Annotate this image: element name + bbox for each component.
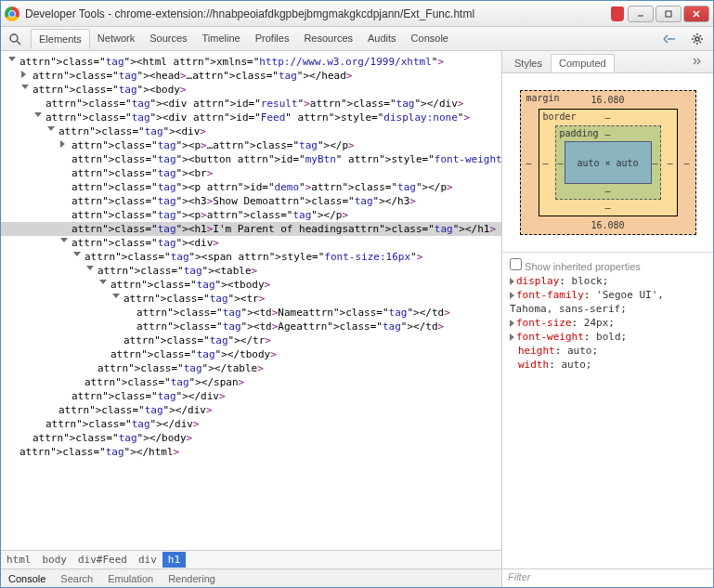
border-label: border xyxy=(543,111,577,122)
dom-line[interactable]: attrn">class="tag"></div> xyxy=(1,403,501,417)
box-model-diagram[interactable]: margin 16.080 16.080 – – border – – – – xyxy=(502,73,713,253)
dom-line[interactable]: attrn">class="tag"></span> xyxy=(1,375,501,389)
dom-line[interactable]: attrn">class="tag"><div attrn">id="Feed"… xyxy=(1,111,501,124)
show-inherited-checkbox[interactable]: Show inherited properties xyxy=(510,261,641,272)
panel-tab-elements[interactable]: Elements xyxy=(31,29,90,48)
dom-line[interactable]: attrn">class="tag"><div attrn">id="resul… xyxy=(1,97,501,111)
dom-line[interactable]: attrn">class="tag"><td>Nameattrn">class=… xyxy=(1,306,501,320)
sidebar-tab-styles[interactable]: Styles xyxy=(506,54,551,72)
dom-line[interactable]: attrn">class="tag"></html> xyxy=(1,445,501,459)
breadcrumb-item[interactable]: div#Feed xyxy=(72,552,133,568)
dom-line[interactable]: attrn">class="tag"></div> xyxy=(1,417,501,431)
margin-left-value: – xyxy=(526,158,532,168)
dom-line[interactable]: attrn">class="tag"><html attrn">xmlns="h… xyxy=(1,55,501,69)
dom-line[interactable]: attrn">class="tag"><p>attrn">class="tag"… xyxy=(1,208,501,222)
dom-line[interactable]: attrn">class="tag"></div> xyxy=(1,389,501,403)
drawer-tab-console[interactable]: Console xyxy=(1,571,53,586)
panel-tab-audits[interactable]: Audits xyxy=(360,29,404,48)
dom-line[interactable]: attrn">class="tag"></body> xyxy=(1,431,501,445)
margin-right-value: – xyxy=(683,158,689,168)
computed-property[interactable]: font-family: 'Segoe UI', Tahoma, sans-se… xyxy=(510,288,706,316)
dom-line[interactable]: attrn">class="tag"></tr> xyxy=(1,333,501,347)
svg-rect-1 xyxy=(666,11,671,17)
padding-label: padding xyxy=(560,128,599,138)
maximize-button[interactable] xyxy=(656,6,682,22)
computed-properties-list: Show inherited properties display: block… xyxy=(502,253,713,377)
dom-line[interactable]: attrn">class="tag"><tr> xyxy=(1,292,501,306)
dom-line[interactable]: attrn">class="tag"><div> xyxy=(1,236,501,250)
main-area: attrn">class="tag"><html attrn">xmlns="h… xyxy=(1,51,713,587)
drawer-tab-emulation[interactable]: Emulation xyxy=(100,571,161,586)
inspect-icon[interactable] xyxy=(5,30,25,48)
drawer-toggle-icon[interactable] xyxy=(659,30,680,48)
sidebar-tab-computed[interactable]: Computed xyxy=(551,54,615,72)
svg-point-6 xyxy=(695,37,699,41)
breadcrumb: htmlbodydiv#Feeddivh1 xyxy=(1,550,501,568)
breadcrumb-item[interactable]: h1 xyxy=(162,552,186,568)
sidebar-panel: StylesComputed margin 16.080 16.080 – – … xyxy=(502,51,713,587)
dom-line[interactable]: attrn">class="tag"><br> xyxy=(1,166,501,180)
padding-left-value: – xyxy=(558,158,564,168)
dom-line[interactable]: attrn">class="tag"><head>…attrn">class="… xyxy=(1,69,501,83)
dom-line[interactable]: attrn">class="tag"><h3>Show Demoattrn">c… xyxy=(1,194,501,208)
svg-line-11 xyxy=(694,35,695,37)
panel-tab-sources[interactable]: Sources xyxy=(142,29,194,48)
computed-property[interactable]: font-size: 24px; xyxy=(510,316,706,330)
dom-line[interactable]: attrn">class="tag"><button attrn">id="my… xyxy=(1,152,501,166)
panel-tab-network[interactable]: Network xyxy=(90,29,142,48)
dom-line[interactable]: attrn">class="tag"><span attrn">style="f… xyxy=(1,250,501,264)
panel-tab-profiles[interactable]: Profiles xyxy=(248,29,297,48)
svg-line-13 xyxy=(694,41,695,43)
dom-tree[interactable]: attrn">class="tag"><html attrn">xmlns="h… xyxy=(1,51,501,550)
dom-line[interactable]: attrn">class="tag"><div> xyxy=(1,124,501,138)
dom-line[interactable]: attrn">class="tag"><p attrn">id="demo">a… xyxy=(1,180,501,194)
computed-property[interactable]: font-weight: bold; xyxy=(510,330,706,344)
padding-right-value: – xyxy=(652,158,657,168)
dom-line[interactable]: attrn">class="tag"></table> xyxy=(1,361,501,375)
border-bottom-value: – xyxy=(604,203,610,213)
window-controls xyxy=(628,6,709,22)
svg-point-4 xyxy=(10,34,18,42)
margin-top-value: 16.080 xyxy=(591,95,624,105)
devtools-window: Developer Tools - chrome-extension://hna… xyxy=(0,0,714,588)
margin-bottom-value: 16.080 xyxy=(591,220,624,230)
drawer-tab-search[interactable]: Search xyxy=(53,571,100,586)
dom-line[interactable]: attrn">class="tag"><tbody> xyxy=(1,278,501,292)
panel-tab-console[interactable]: Console xyxy=(404,29,456,48)
computed-property[interactable]: display: block; xyxy=(510,274,706,288)
computed-property[interactable]: height: auto; xyxy=(510,344,706,358)
dom-line[interactable]: attrn">class="tag"><p>…attrn">class="tag… xyxy=(1,138,501,152)
padding-top-value: – xyxy=(604,129,610,139)
drawer-tab-rendering[interactable]: Rendering xyxy=(161,571,223,586)
breadcrumb-item[interactable]: div xyxy=(133,552,162,568)
panel-tabs: ElementsNetworkSourcesTimelineProfilesRe… xyxy=(31,29,456,48)
minimize-button[interactable] xyxy=(628,6,654,22)
panel-tab-resources[interactable]: Resources xyxy=(296,29,360,48)
svg-line-5 xyxy=(17,41,20,45)
padding-bottom-value: – xyxy=(604,186,610,196)
content-value: auto × auto xyxy=(577,158,638,168)
breadcrumb-item[interactable]: body xyxy=(37,552,73,568)
dom-line[interactable]: attrn">class="tag"><body> xyxy=(1,83,501,97)
chevron-right-icon[interactable] xyxy=(687,52,708,71)
main-toolbar: ElementsNetworkSourcesTimelineProfilesRe… xyxy=(1,27,713,51)
computed-property[interactable]: width: auto; xyxy=(510,358,706,372)
chrome-icon xyxy=(5,7,19,21)
dom-line[interactable]: attrn">class="tag"><td>Ageattrn">class="… xyxy=(1,320,501,333)
dom-line[interactable]: attrn">class="tag"><h1>I'm Parent of hea… xyxy=(1,222,501,236)
show-inherited-input[interactable] xyxy=(510,258,522,270)
svg-line-12 xyxy=(700,41,702,43)
close-button[interactable] xyxy=(683,6,709,22)
panel-tab-timeline[interactable]: Timeline xyxy=(195,29,248,48)
margin-label: margin xyxy=(526,93,560,103)
dom-line[interactable]: attrn">class="tag"></tbody> xyxy=(1,347,501,361)
svg-line-14 xyxy=(700,35,702,37)
border-left-value: – xyxy=(543,158,549,168)
filter-input[interactable]: Filter xyxy=(502,568,713,587)
elements-panel: attrn">class="tag"><html attrn">xmlns="h… xyxy=(1,51,502,587)
breadcrumb-item[interactable]: html xyxy=(1,552,37,568)
settings-gear-icon[interactable] xyxy=(687,30,708,48)
dom-line[interactable]: attrn">class="tag"><table> xyxy=(1,264,501,278)
border-top-value: – xyxy=(604,112,610,123)
border-right-value: – xyxy=(667,158,672,168)
